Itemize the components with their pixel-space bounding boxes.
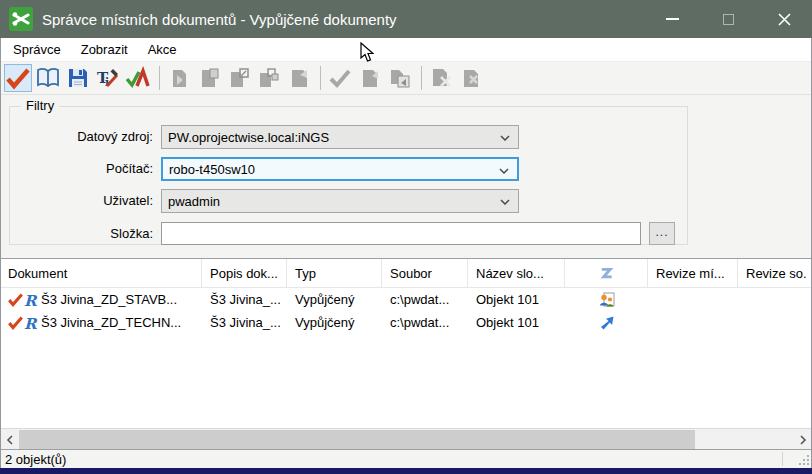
chevron-left-icon: [6, 435, 14, 445]
doc-update-button: [356, 64, 384, 92]
doc-export-button: [427, 64, 455, 92]
checked-out-filter-button[interactable]: [4, 64, 32, 92]
slozka-label: Složka:: [1, 222, 153, 246]
uzivatel-combo[interactable]: pwadmin: [161, 189, 519, 213]
open-book-icon: [36, 66, 60, 90]
cell-nazev-slozky: Objekt 101: [468, 311, 565, 334]
table-header: Dokument Popis dok... Typ Soubor Název s…: [0, 259, 812, 288]
doc-import-icon: [459, 66, 483, 90]
close-button[interactable]: [756, 0, 812, 38]
documents-table: Dokument Popis dok... Typ Soubor Název s…: [0, 258, 812, 428]
update-status-button[interactable]: [124, 64, 152, 92]
column-revize-mistni[interactable]: Revize mí...: [648, 259, 738, 288]
cell-popis: Š3 Jivina_...: [202, 311, 287, 334]
pocitac-label: Počítač:: [1, 157, 153, 181]
minimize-button[interactable]: [644, 0, 700, 38]
window-controls: [644, 0, 812, 38]
filter-panel: Filtry Datový zdroj: PW.oprojectwise.loc…: [1, 95, 811, 258]
chevron-down-icon: [500, 199, 510, 205]
cell-application: [565, 311, 648, 334]
horizontal-scrollbar[interactable]: [0, 428, 812, 450]
cell-dokument: R Š3 Jivina_ZD_TECHN...: [0, 311, 202, 334]
object-count: 2 objekt(ů): [0, 452, 812, 467]
chevron-down-icon: [499, 168, 509, 174]
toolbar: T i: [1, 62, 811, 95]
scrollbar-thumb[interactable]: [19, 430, 695, 449]
doc-solid-icon: [287, 66, 311, 90]
doc-update-icon: [358, 66, 382, 90]
filters-group-label: Filtry: [21, 98, 59, 113]
column-soubor[interactable]: Soubor: [382, 259, 468, 288]
chevron-right-icon: [799, 435, 807, 445]
cell-revize-mistni: [648, 311, 738, 334]
check-in-button: [326, 64, 354, 92]
toolbar-separator: [159, 66, 160, 90]
scroll-left-button[interactable]: [1, 430, 18, 449]
cell-nazev-slozky: Objekt 101: [468, 288, 565, 311]
cell-typ: Vypůjčený: [287, 311, 382, 334]
mouse-cursor: [360, 42, 374, 63]
column-typ[interactable]: Typ: [287, 259, 382, 288]
tools-icon: T i: [96, 66, 120, 90]
column-nazev-slozky[interactable]: Název slo...: [468, 259, 565, 288]
red-check-icon: [6, 66, 30, 90]
resize-grip-icon[interactable]: [798, 454, 810, 466]
menu-zobrazit[interactable]: Zobrazit: [71, 38, 138, 61]
paste-link-button: [255, 64, 283, 92]
doc-solid-button: [285, 64, 313, 92]
cell-revize-mistni: [648, 288, 738, 311]
slozka-input[interactable]: [161, 222, 641, 245]
pocitac-combo[interactable]: robo-t450sw10: [161, 157, 519, 181]
title-bar: Správce místních dokumentů - Vypůjčené d…: [0, 0, 812, 38]
settings-button[interactable]: T i: [94, 64, 122, 92]
datovy-zdroj-combo[interactable]: PW.oprojectwise.local:iNGS: [161, 125, 519, 149]
column-dokument[interactable]: Dokument: [0, 259, 202, 288]
double-check-icon: [126, 66, 150, 90]
doc-refresh-copy-button: [386, 64, 414, 92]
cell-dokument: R Š3 Jivina_ZD_STAVB...: [0, 288, 202, 311]
doc-refresh-copy-icon: [388, 66, 412, 90]
copy-doc-icon: [197, 66, 221, 90]
cell-typ: Vypůjčený: [287, 288, 382, 311]
app-icon: [9, 7, 33, 31]
save-button[interactable]: [64, 64, 92, 92]
datovy-zdroj-value: PW.oprojectwise.local:iNGS: [168, 130, 329, 145]
slozka-browse-button[interactable]: ...: [649, 222, 675, 245]
column-popis[interactable]: Popis dok...: [202, 259, 287, 288]
column-application[interactable]: [565, 259, 648, 288]
menu-spravce[interactable]: Správce: [3, 38, 71, 61]
shared-users-doc-icon: [599, 292, 615, 308]
paste-link-icon: [257, 66, 281, 90]
export-arrow-icon: [599, 315, 615, 331]
minimize-icon: [666, 18, 679, 20]
cell-soubor: c:\pwdat...: [382, 311, 468, 334]
copy-out-icon: [167, 66, 191, 90]
ldo-green-scissors-icon: [12, 10, 30, 28]
copy-out-button: [165, 64, 193, 92]
status-separator: [782, 452, 783, 466]
cell-popis: Š3 Jivina_...: [202, 288, 287, 311]
toolbar-separator: [421, 66, 422, 90]
window-border: [0, 38, 1, 468]
table-row[interactable]: R Š3 Jivina_ZD_TECHN... Š3 Jivina_... Vy…: [0, 311, 812, 334]
toolbar-separator: [320, 66, 321, 90]
maximize-button[interactable]: [700, 0, 756, 38]
doc-export-icon: [429, 66, 453, 90]
revit-file-icon: R: [23, 315, 38, 331]
checked-out-icon: [8, 292, 23, 307]
scroll-right-button[interactable]: [794, 430, 811, 449]
table-row[interactable]: R Š3 Jivina_ZD_STAVB... Š3 Jivina_... Vy…: [0, 288, 812, 311]
svg-text:R: R: [24, 292, 38, 308]
column-revize-soubor[interactable]: Revize so.: [738, 259, 812, 288]
cell-soubor: c:\pwdat...: [382, 288, 468, 311]
svg-text:R: R: [24, 315, 38, 331]
revit-file-icon: R: [23, 292, 38, 308]
open-button[interactable]: [34, 64, 62, 92]
maximize-icon: [723, 14, 734, 25]
menu-akce[interactable]: Akce: [138, 38, 187, 61]
cell-revize-soubor: [738, 311, 812, 334]
pocitac-value: robo-t450sw10: [169, 162, 255, 177]
close-icon: [778, 13, 791, 26]
gray-check-icon: [328, 66, 352, 90]
save-icon: [66, 66, 90, 90]
